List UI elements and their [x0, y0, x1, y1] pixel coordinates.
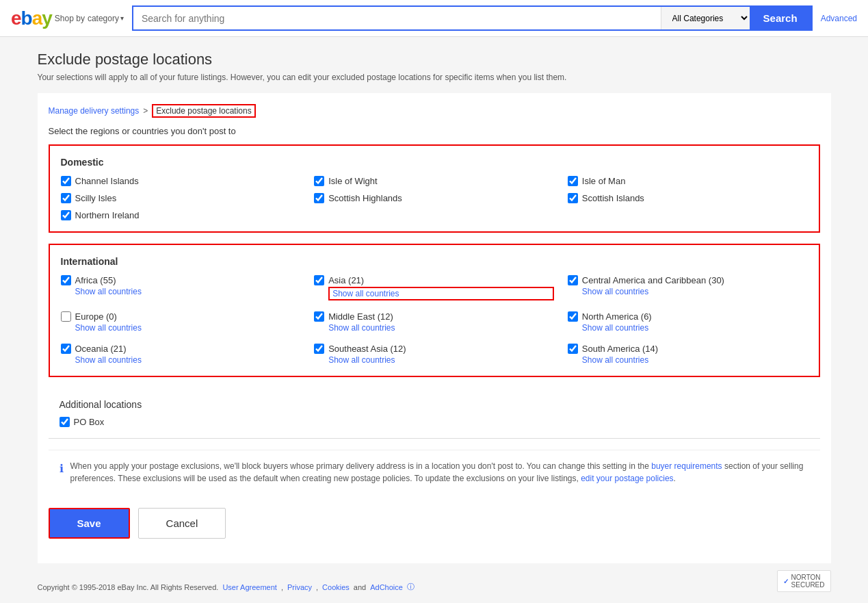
- intl-checkbox-asia[interactable]: [314, 275, 324, 285]
- header: ebay Shop by category ▾ All Categories S…: [0, 0, 868, 37]
- norton-check-icon: ✓: [783, 578, 789, 585]
- intl-label-middle-east[interactable]: Middle East (12): [314, 311, 393, 322]
- cancel-button[interactable]: Cancel: [138, 508, 226, 539]
- domestic-title: Domestic: [61, 157, 808, 168]
- show-countries-link-europe[interactable]: Show all countries: [75, 323, 301, 333]
- search-button[interactable]: Search: [750, 7, 811, 29]
- domestic-item-scottish-highlands: Scottish Highlands: [314, 193, 554, 203]
- domestic-label-scilly-isles[interactable]: Scilly Isles: [61, 193, 117, 203]
- show-countries-link-africa[interactable]: Show all countries: [75, 287, 301, 296]
- show-countries-link-asia[interactable]: Show all countries: [328, 287, 554, 300]
- intl-item-north-america: North America (6)Show all countries: [568, 311, 808, 333]
- logo-area: ebay Shop by category ▾: [11, 8, 124, 29]
- additional-checkbox-po-box[interactable]: [60, 417, 70, 427]
- domestic-item-channel-islands: Channel Islands: [61, 176, 301, 186]
- domestic-item-isle-of-man: Isle of Man: [568, 176, 808, 186]
- search-bar: All Categories Search: [132, 5, 813, 31]
- domestic-label-isle-of-man[interactable]: Isle of Man: [568, 176, 626, 186]
- page-title: Exclude postage locations: [38, 51, 831, 68]
- search-input[interactable]: [133, 7, 661, 29]
- domestic-checkbox-isle-of-wight[interactable]: [314, 176, 324, 186]
- domestic-checkbox-scottish-islands[interactable]: [568, 193, 578, 203]
- domestic-label-northern-ireland[interactable]: Northern Ireland: [61, 210, 140, 220]
- domestic-item-scottish-islands: Scottish Islands: [568, 193, 808, 203]
- privacy-link[interactable]: Privacy: [287, 583, 312, 591]
- intl-label-asia[interactable]: Asia (21): [314, 275, 364, 285]
- domestic-checkbox-scilly-isles[interactable]: [61, 193, 71, 203]
- international-grid: Africa (55)Show all countries Asia (21)S…: [61, 275, 808, 365]
- additional-title: Additional locations: [60, 399, 809, 410]
- show-countries-link-southeast-asia[interactable]: Show all countries: [328, 355, 554, 365]
- intl-label-oceania[interactable]: Oceania (21): [61, 344, 127, 354]
- show-countries-link-central-america[interactable]: Show all countries: [582, 287, 808, 296]
- intl-checkbox-middle-east[interactable]: [314, 311, 324, 322]
- buyer-requirements-link[interactable]: buyer requirements: [651, 461, 722, 471]
- intl-checkbox-central-america[interactable]: [568, 275, 578, 285]
- norton-label: NORTONSECURED: [791, 574, 825, 589]
- norton-badge: ✓ NORTONSECURED: [777, 570, 831, 592]
- page-subtitle: Your selections will apply to all of you…: [38, 73, 831, 82]
- intl-header-north-america: North America (6): [568, 311, 808, 322]
- adchoice-icon: ⓘ: [407, 582, 415, 592]
- intl-header-asia: Asia (21): [314, 275, 554, 285]
- show-countries-link-oceania[interactable]: Show all countries: [75, 355, 301, 365]
- intl-label-southeast-asia[interactable]: Southeast Asia (12): [314, 344, 406, 354]
- main-content: Exclude postage locations Your selection…: [24, 51, 845, 596]
- info-text: When you apply your postage exclusions, …: [70, 460, 809, 485]
- additional-grid: PO Box: [60, 417, 809, 427]
- domestic-section: Domestic Channel Islands Isle of Wight I…: [49, 144, 820, 233]
- footer-links: Copyright © 1995-2018 eBay Inc. All Righ…: [38, 582, 415, 592]
- intl-item-south-america: South America (14)Show all countries: [568, 344, 808, 365]
- breadcrumb-manage-link[interactable]: Manage delivery settings: [49, 106, 140, 116]
- intl-item-central-america: Central America and Caribbean (30)Show a…: [568, 275, 808, 300]
- advanced-link[interactable]: Advanced: [821, 14, 857, 23]
- domestic-grid: Channel Islands Isle of Wight Isle of Ma…: [61, 176, 808, 220]
- domestic-label-isle-of-wight[interactable]: Isle of Wight: [314, 176, 378, 186]
- show-countries-link-middle-east[interactable]: Show all countries: [328, 323, 554, 333]
- show-countries-link-north-america[interactable]: Show all countries: [582, 323, 808, 333]
- edit-postage-link[interactable]: edit your postage policies: [581, 474, 673, 483]
- intl-header-oceania: Oceania (21): [61, 344, 301, 354]
- category-select[interactable]: All Categories: [661, 7, 750, 29]
- shop-by-chevron-icon: ▾: [120, 14, 124, 22]
- save-button[interactable]: Save: [49, 508, 130, 539]
- adchoice-link[interactable]: AdChoice: [370, 583, 403, 591]
- additional-section: Additional locations PO Box: [49, 388, 820, 439]
- additional-label-po-box[interactable]: PO Box: [60, 417, 105, 427]
- intl-checkbox-north-america[interactable]: [568, 311, 578, 322]
- intl-label-africa[interactable]: Africa (55): [61, 275, 116, 285]
- domestic-item-scilly-isles: Scilly Isles: [61, 193, 301, 203]
- domestic-label-scottish-islands[interactable]: Scottish Islands: [568, 193, 644, 203]
- user-agreement-link[interactable]: User Agreement: [222, 583, 276, 591]
- additional-item-po-box: PO Box: [60, 417, 809, 427]
- intl-header-south-america: South America (14): [568, 344, 808, 354]
- intl-header-africa: Africa (55): [61, 275, 301, 285]
- intl-checkbox-europe[interactable]: [61, 311, 71, 322]
- international-section: International Africa (55)Show all countr…: [49, 244, 820, 377]
- shop-by-category[interactable]: Shop by category ▾: [55, 14, 124, 23]
- intl-checkbox-south-america[interactable]: [568, 344, 578, 354]
- domestic-checkbox-scottish-highlands[interactable]: [314, 193, 324, 203]
- domestic-label-scottish-highlands[interactable]: Scottish Highlands: [314, 193, 402, 203]
- intl-item-southeast-asia: Southeast Asia (12)Show all countries: [314, 344, 554, 365]
- intl-item-middle-east: Middle East (12)Show all countries: [314, 311, 554, 333]
- intl-label-north-america[interactable]: North America (6): [568, 311, 652, 322]
- ebay-logo: ebay: [11, 8, 52, 29]
- show-countries-link-south-america[interactable]: Show all countries: [582, 355, 808, 365]
- intl-checkbox-oceania[interactable]: [61, 344, 71, 354]
- domestic-label-channel-islands[interactable]: Channel Islands: [61, 176, 139, 186]
- intl-label-europe[interactable]: Europe (0): [61, 311, 117, 322]
- intl-item-africa: Africa (55)Show all countries: [61, 275, 301, 300]
- select-text: Select the regions or countries you don'…: [49, 126, 820, 136]
- domestic-checkbox-channel-islands[interactable]: [61, 176, 71, 186]
- button-row: Save Cancel: [49, 508, 820, 539]
- cookies-link[interactable]: Cookies: [322, 583, 350, 591]
- content-panel: Manage delivery settings > Exclude posta…: [38, 93, 831, 563]
- intl-checkbox-africa[interactable]: [61, 275, 71, 285]
- intl-checkbox-southeast-asia[interactable]: [314, 344, 324, 354]
- intl-label-central-america[interactable]: Central America and Caribbean (30): [568, 275, 724, 285]
- intl-label-south-america[interactable]: South America (14): [568, 344, 658, 354]
- international-title: International: [61, 256, 808, 267]
- domestic-checkbox-northern-ireland[interactable]: [61, 210, 71, 220]
- domestic-checkbox-isle-of-man[interactable]: [568, 176, 578, 186]
